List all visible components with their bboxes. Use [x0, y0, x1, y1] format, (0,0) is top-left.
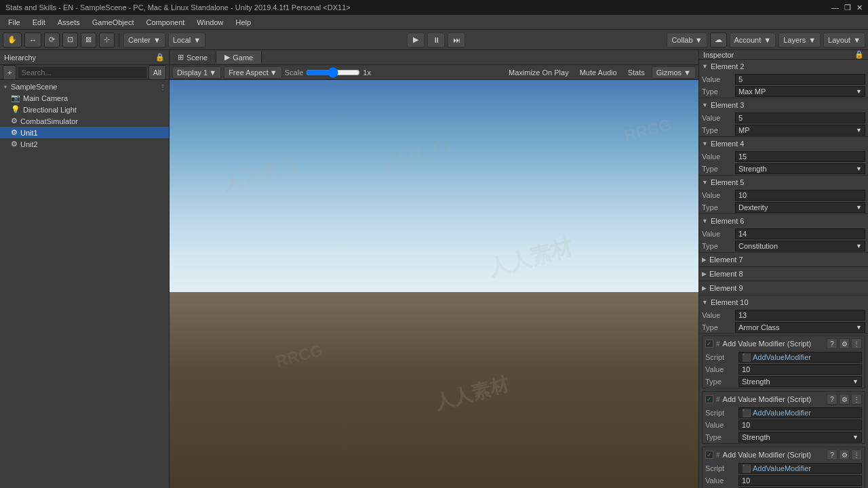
transform-scale-btn[interactable]: ⊡: [62, 33, 78, 47]
light-icon: 💡: [11, 105, 20, 114]
step-button[interactable]: ⏭: [448, 33, 465, 47]
script-2-type-display[interactable]: Strength ▼: [738, 432, 862, 443]
element-4-value-input[interactable]: [735, 151, 865, 162]
inspector-lock-icon[interactable]: 🔒: [854, 50, 864, 59]
maximize-btn[interactable]: ❐: [844, 3, 851, 12]
element-6-type-row: Type Constitution ▼: [699, 240, 868, 252]
script-2-settings-btn[interactable]: ⚙: [839, 394, 850, 405]
scale-slider[interactable]: [306, 67, 360, 78]
element-8-header[interactable]: ▶ Element 8: [699, 267, 868, 281]
element-5-type-display[interactable]: Dexterity ▼: [735, 202, 865, 213]
element-6-type-display[interactable]: Constitution ▼: [735, 241, 865, 251]
scene-options-icon[interactable]: ⋮: [159, 83, 166, 91]
gizmos-dropdown[interactable]: Gizmos ▼: [652, 66, 696, 79]
menu-assets[interactable]: Assets: [52, 17, 85, 28]
script-3-header[interactable]: # Add Value Modifier (Script) ? ⚙ ⋮: [703, 447, 865, 462]
script-2-menu-btn[interactable]: ⋮: [851, 394, 862, 405]
script-1-settings-btn[interactable]: ⚙: [839, 338, 850, 349]
cloud-btn[interactable]: ☁: [710, 33, 727, 47]
transform-rotate-btn[interactable]: ⟳: [44, 33, 60, 47]
element-4-header[interactable]: ▼ Element 4: [699, 137, 868, 150]
transform-hand-btn[interactable]: ✋: [3, 33, 22, 47]
menu-gameobject[interactable]: GameObject: [87, 17, 140, 28]
element-10-type-display[interactable]: Armor Class ▼: [735, 322, 865, 333]
script-2-checkbox[interactable]: [705, 395, 713, 403]
script-1-checkbox[interactable]: [705, 340, 713, 348]
element-2-value-input[interactable]: [735, 74, 865, 85]
menu-help[interactable]: Help: [230, 17, 256, 28]
hierarchy-combat-simulator[interactable]: ⚙ CombatSimulator: [0, 115, 169, 127]
element-10-value-input[interactable]: [735, 310, 865, 321]
hierarchy-directional-light[interactable]: 💡 Directional Light: [0, 104, 169, 115]
layout-dropdown[interactable]: Layout▼: [823, 33, 865, 47]
script-1-value-input[interactable]: [738, 364, 862, 375]
element-9-header[interactable]: ▶ Element 9: [699, 281, 868, 295]
script-3-ref[interactable]: ⬛ AddValueModifier: [738, 463, 862, 474]
collab-dropdown[interactable]: Collab ▼: [667, 33, 707, 47]
element-5-value-input[interactable]: [735, 190, 865, 201]
element-5-header[interactable]: ▼ Element 5: [699, 176, 868, 189]
script-3-help-btn[interactable]: ?: [827, 449, 837, 460]
play-button[interactable]: ▶: [407, 33, 425, 47]
menu-window[interactable]: Window: [191, 17, 229, 28]
script-3-menu-btn[interactable]: ⋮: [851, 449, 862, 460]
space-dropdown[interactable]: Local▼: [168, 33, 205, 47]
close-btn[interactable]: ✕: [856, 3, 863, 12]
camera-icon: 📷: [11, 94, 20, 102]
script-1-header[interactable]: # Add Value Modifier (Script) ? ⚙ ⋮: [703, 336, 865, 351]
element-6-header[interactable]: ▼ Element 6: [699, 214, 868, 228]
element-10-header[interactable]: ▼ Element 10: [699, 296, 868, 309]
scene-tab[interactable]: ⊞ Scene: [170, 51, 216, 64]
menu-component[interactable]: Component: [140, 17, 190, 28]
maximize-on-play-btn[interactable]: Maximize On Play: [505, 68, 573, 77]
script-3-settings-btn[interactable]: ⚙: [839, 449, 850, 460]
stats-btn[interactable]: Stats: [624, 68, 649, 77]
element-2-type-display[interactable]: Max MP ▼: [735, 86, 865, 97]
account-dropdown[interactable]: Account▼: [730, 33, 776, 47]
element-7-header[interactable]: ▶ Element 7: [699, 253, 868, 266]
hierarchy-unit1[interactable]: ⚙ Unit1: [0, 127, 169, 138]
element-6-arrow: ▼: [702, 218, 708, 224]
element-2-arrow: ▼: [702, 63, 708, 70]
menu-edit[interactable]: Edit: [27, 17, 51, 28]
script-1-help-btn[interactable]: ?: [827, 338, 837, 349]
element-3-value-input[interactable]: [735, 113, 865, 123]
hierarchy-scene-root[interactable]: ▼ SampleScene ⋮: [0, 81, 169, 92]
hierarchy-main-camera[interactable]: 📷 Main Camera: [0, 92, 169, 104]
pause-button[interactable]: ⏸: [427, 33, 445, 47]
script-1-menu-btn[interactable]: ⋮: [851, 338, 862, 349]
aspect-dropdown[interactable]: Free Aspect▼: [224, 66, 282, 79]
hierarchy-panel: Hierarchy 🔒 + All ▼ SampleScene ⋮ 📷 Main…: [0, 50, 170, 488]
script-2-value-input[interactable]: [738, 420, 862, 430]
minimize-btn[interactable]: —: [831, 3, 839, 12]
element-6-value-input[interactable]: [735, 228, 865, 239]
game-tab[interactable]: ▶ Game: [216, 51, 262, 64]
element-5-section: ▼ Element 5 Value Type Dexterity ▼: [699, 176, 868, 214]
script-2-help-btn[interactable]: ?: [827, 394, 837, 405]
element-2-header[interactable]: ▼ Element 2: [699, 60, 868, 73]
hierarchy-search-input[interactable]: [18, 66, 146, 79]
layers-dropdown[interactable]: Layers▼: [778, 33, 821, 47]
display-dropdown[interactable]: Display 1▼: [172, 66, 221, 79]
script-2-header[interactable]: # Add Value Modifier (Script) ? ⚙ ⋮: [703, 392, 865, 407]
mute-audio-btn[interactable]: Mute Audio: [576, 68, 621, 77]
element-3-type-display[interactable]: MP ▼: [735, 125, 865, 136]
hierarchy-unit2[interactable]: ⚙ Unit2: [0, 138, 169, 150]
script-3-value-input[interactable]: [738, 475, 862, 486]
hierarchy-add-btn[interactable]: +: [3, 65, 16, 80]
hierarchy-all-btn[interactable]: All: [149, 65, 166, 80]
hierarchy-lock-icon[interactable]: 🔒: [155, 53, 165, 62]
element-8-section: ▶ Element 8: [699, 267, 868, 281]
script-2-ref[interactable]: ⬛ AddValueModifier: [738, 407, 862, 418]
pivot-dropdown[interactable]: Center▼: [123, 33, 165, 47]
element-2-type-row: Type Max MP ▼: [699, 85, 868, 98]
menu-file[interactable]: File: [3, 17, 26, 28]
transform-all-btn[interactable]: ⊹: [99, 33, 115, 47]
script-1-type-display[interactable]: Strength ▼: [738, 376, 862, 387]
script-3-checkbox[interactable]: [705, 451, 713, 459]
transform-rect-btn[interactable]: ⊠: [81, 33, 96, 47]
element-4-type-display[interactable]: Strength ▼: [735, 163, 865, 174]
transform-move-btn[interactable]: ↔: [24, 33, 41, 47]
element-3-header[interactable]: ▼ Element 3: [699, 98, 868, 112]
script-1-ref[interactable]: ⬛ AddValueModifier: [738, 352, 862, 363]
